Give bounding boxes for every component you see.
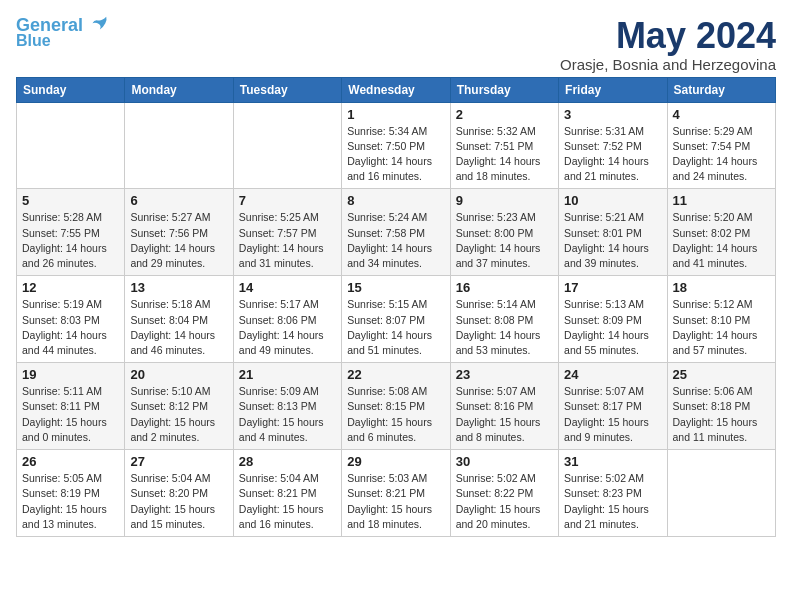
day-number: 11 xyxy=(673,193,770,208)
day-info: Sunrise: 5:11 AMSunset: 8:11 PMDaylight:… xyxy=(22,384,119,445)
weekday-header-wednesday: Wednesday xyxy=(342,77,450,102)
day-number: 21 xyxy=(239,367,336,382)
day-info: Sunrise: 5:34 AMSunset: 7:50 PMDaylight:… xyxy=(347,124,444,185)
calendar-cell: 24Sunrise: 5:07 AMSunset: 8:17 PMDayligh… xyxy=(559,363,667,450)
weekday-header-monday: Monday xyxy=(125,77,233,102)
day-number: 14 xyxy=(239,280,336,295)
calendar-cell: 3Sunrise: 5:31 AMSunset: 7:52 PMDaylight… xyxy=(559,102,667,189)
day-info: Sunrise: 5:08 AMSunset: 8:15 PMDaylight:… xyxy=(347,384,444,445)
day-info: Sunrise: 5:29 AMSunset: 7:54 PMDaylight:… xyxy=(673,124,770,185)
calendar-cell: 21Sunrise: 5:09 AMSunset: 8:13 PMDayligh… xyxy=(233,363,341,450)
calendar-table: SundayMondayTuesdayWednesdayThursdayFrid… xyxy=(16,77,776,537)
day-number: 24 xyxy=(564,367,661,382)
day-info: Sunrise: 5:32 AMSunset: 7:51 PMDaylight:… xyxy=(456,124,553,185)
calendar-cell xyxy=(667,450,775,537)
calendar-cell: 14Sunrise: 5:17 AMSunset: 8:06 PMDayligh… xyxy=(233,276,341,363)
day-info: Sunrise: 5:03 AMSunset: 8:21 PMDaylight:… xyxy=(347,471,444,532)
calendar-cell: 28Sunrise: 5:04 AMSunset: 8:21 PMDayligh… xyxy=(233,450,341,537)
day-number: 9 xyxy=(456,193,553,208)
weekday-header-saturday: Saturday xyxy=(667,77,775,102)
day-number: 6 xyxy=(130,193,227,208)
day-info: Sunrise: 5:27 AMSunset: 7:56 PMDaylight:… xyxy=(130,210,227,271)
day-number: 20 xyxy=(130,367,227,382)
day-info: Sunrise: 5:31 AMSunset: 7:52 PMDaylight:… xyxy=(564,124,661,185)
calendar-cell: 7Sunrise: 5:25 AMSunset: 7:57 PMDaylight… xyxy=(233,189,341,276)
calendar-cell: 10Sunrise: 5:21 AMSunset: 8:01 PMDayligh… xyxy=(559,189,667,276)
calendar-cell: 22Sunrise: 5:08 AMSunset: 8:15 PMDayligh… xyxy=(342,363,450,450)
day-info: Sunrise: 5:07 AMSunset: 8:17 PMDaylight:… xyxy=(564,384,661,445)
day-number: 31 xyxy=(564,454,661,469)
day-info: Sunrise: 5:19 AMSunset: 8:03 PMDaylight:… xyxy=(22,297,119,358)
day-number: 12 xyxy=(22,280,119,295)
calendar-cell: 2Sunrise: 5:32 AMSunset: 7:51 PMDaylight… xyxy=(450,102,558,189)
calendar-cell: 4Sunrise: 5:29 AMSunset: 7:54 PMDaylight… xyxy=(667,102,775,189)
day-info: Sunrise: 5:15 AMSunset: 8:07 PMDaylight:… xyxy=(347,297,444,358)
day-number: 28 xyxy=(239,454,336,469)
day-number: 26 xyxy=(22,454,119,469)
day-number: 8 xyxy=(347,193,444,208)
calendar-cell xyxy=(233,102,341,189)
calendar-cell: 31Sunrise: 5:02 AMSunset: 8:23 PMDayligh… xyxy=(559,450,667,537)
day-info: Sunrise: 5:25 AMSunset: 7:57 PMDaylight:… xyxy=(239,210,336,271)
calendar-week-1: 1Sunrise: 5:34 AMSunset: 7:50 PMDaylight… xyxy=(17,102,776,189)
calendar-cell: 23Sunrise: 5:07 AMSunset: 8:16 PMDayligh… xyxy=(450,363,558,450)
month-title: May 2024 xyxy=(560,16,776,56)
day-number: 18 xyxy=(673,280,770,295)
day-info: Sunrise: 5:02 AMSunset: 8:23 PMDaylight:… xyxy=(564,471,661,532)
calendar-cell: 6Sunrise: 5:27 AMSunset: 7:56 PMDaylight… xyxy=(125,189,233,276)
calendar-cell: 26Sunrise: 5:05 AMSunset: 8:19 PMDayligh… xyxy=(17,450,125,537)
day-number: 4 xyxy=(673,107,770,122)
day-number: 19 xyxy=(22,367,119,382)
calendar-cell: 29Sunrise: 5:03 AMSunset: 8:21 PMDayligh… xyxy=(342,450,450,537)
day-info: Sunrise: 5:09 AMSunset: 8:13 PMDaylight:… xyxy=(239,384,336,445)
calendar-cell: 17Sunrise: 5:13 AMSunset: 8:09 PMDayligh… xyxy=(559,276,667,363)
calendar-week-2: 5Sunrise: 5:28 AMSunset: 7:55 PMDaylight… xyxy=(17,189,776,276)
day-info: Sunrise: 5:04 AMSunset: 8:20 PMDaylight:… xyxy=(130,471,227,532)
day-number: 10 xyxy=(564,193,661,208)
logo-subtext: Blue xyxy=(16,32,51,50)
day-info: Sunrise: 5:04 AMSunset: 8:21 PMDaylight:… xyxy=(239,471,336,532)
calendar-cell: 8Sunrise: 5:24 AMSunset: 7:58 PMDaylight… xyxy=(342,189,450,276)
day-number: 3 xyxy=(564,107,661,122)
calendar-cell: 30Sunrise: 5:02 AMSunset: 8:22 PMDayligh… xyxy=(450,450,558,537)
page-header: General Blue May 2024 Orasje, Bosnia and… xyxy=(16,16,776,73)
day-info: Sunrise: 5:10 AMSunset: 8:12 PMDaylight:… xyxy=(130,384,227,445)
calendar-cell xyxy=(125,102,233,189)
calendar-cell: 16Sunrise: 5:14 AMSunset: 8:08 PMDayligh… xyxy=(450,276,558,363)
day-info: Sunrise: 5:06 AMSunset: 8:18 PMDaylight:… xyxy=(673,384,770,445)
day-number: 30 xyxy=(456,454,553,469)
weekday-header-tuesday: Tuesday xyxy=(233,77,341,102)
day-info: Sunrise: 5:28 AMSunset: 7:55 PMDaylight:… xyxy=(22,210,119,271)
calendar-week-3: 12Sunrise: 5:19 AMSunset: 8:03 PMDayligh… xyxy=(17,276,776,363)
day-number: 2 xyxy=(456,107,553,122)
day-number: 1 xyxy=(347,107,444,122)
calendar-week-4: 19Sunrise: 5:11 AMSunset: 8:11 PMDayligh… xyxy=(17,363,776,450)
calendar-cell: 1Sunrise: 5:34 AMSunset: 7:50 PMDaylight… xyxy=(342,102,450,189)
day-number: 7 xyxy=(239,193,336,208)
day-info: Sunrise: 5:23 AMSunset: 8:00 PMDaylight:… xyxy=(456,210,553,271)
day-info: Sunrise: 5:05 AMSunset: 8:19 PMDaylight:… xyxy=(22,471,119,532)
calendar-cell: 11Sunrise: 5:20 AMSunset: 8:02 PMDayligh… xyxy=(667,189,775,276)
day-info: Sunrise: 5:14 AMSunset: 8:08 PMDaylight:… xyxy=(456,297,553,358)
day-info: Sunrise: 5:24 AMSunset: 7:58 PMDaylight:… xyxy=(347,210,444,271)
calendar-week-5: 26Sunrise: 5:05 AMSunset: 8:19 PMDayligh… xyxy=(17,450,776,537)
day-number: 23 xyxy=(456,367,553,382)
day-info: Sunrise: 5:20 AMSunset: 8:02 PMDaylight:… xyxy=(673,210,770,271)
calendar-header: SundayMondayTuesdayWednesdayThursdayFrid… xyxy=(17,77,776,102)
day-number: 25 xyxy=(673,367,770,382)
day-info: Sunrise: 5:21 AMSunset: 8:01 PMDaylight:… xyxy=(564,210,661,271)
calendar-cell xyxy=(17,102,125,189)
day-number: 15 xyxy=(347,280,444,295)
calendar-cell: 9Sunrise: 5:23 AMSunset: 8:00 PMDaylight… xyxy=(450,189,558,276)
weekday-header-thursday: Thursday xyxy=(450,77,558,102)
calendar-cell: 25Sunrise: 5:06 AMSunset: 8:18 PMDayligh… xyxy=(667,363,775,450)
day-info: Sunrise: 5:12 AMSunset: 8:10 PMDaylight:… xyxy=(673,297,770,358)
weekday-header-friday: Friday xyxy=(559,77,667,102)
day-number: 22 xyxy=(347,367,444,382)
day-number: 5 xyxy=(22,193,119,208)
logo: General Blue xyxy=(16,16,109,50)
day-info: Sunrise: 5:17 AMSunset: 8:06 PMDaylight:… xyxy=(239,297,336,358)
day-info: Sunrise: 5:18 AMSunset: 8:04 PMDaylight:… xyxy=(130,297,227,358)
calendar-cell: 19Sunrise: 5:11 AMSunset: 8:11 PMDayligh… xyxy=(17,363,125,450)
day-info: Sunrise: 5:13 AMSunset: 8:09 PMDaylight:… xyxy=(564,297,661,358)
